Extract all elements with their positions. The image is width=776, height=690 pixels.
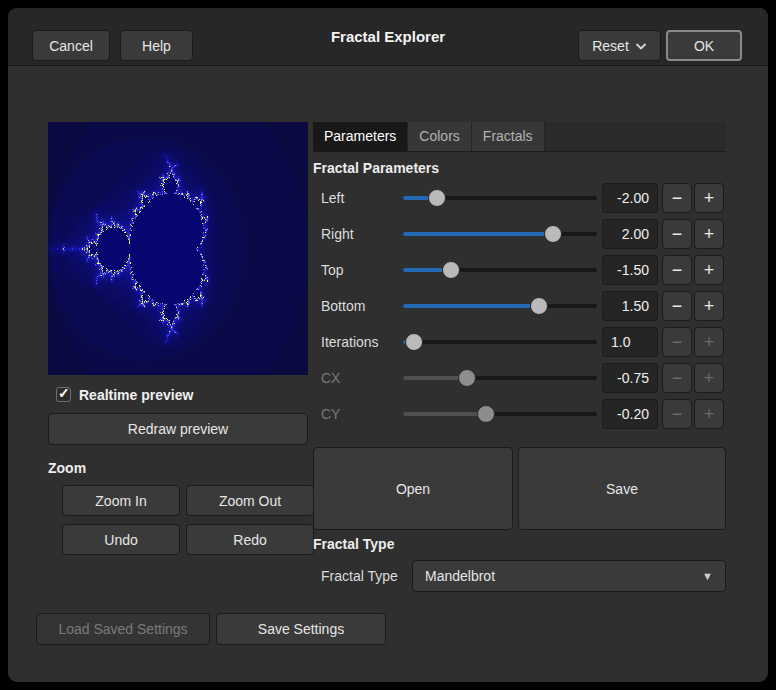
slider-handle[interactable] <box>428 189 446 207</box>
zoom-out-button[interactable]: Zoom Out <box>186 485 314 516</box>
minus-icon: − <box>672 296 683 317</box>
minus-button[interactable]: − <box>662 183 692 213</box>
minus-button[interactable]: − <box>662 327 692 357</box>
save-settings-button[interactable]: Save Settings <box>216 613 386 645</box>
slider-label: Left <box>321 180 344 216</box>
slider-handle[interactable] <box>544 225 562 243</box>
slider-label: CX <box>321 360 340 396</box>
chevron-down-icon <box>635 38 647 54</box>
minus-button[interactable]: − <box>662 255 692 285</box>
slider-handle <box>477 405 495 423</box>
realtime-preview-label: Realtime preview <box>79 387 193 403</box>
slider-fill <box>403 232 553 236</box>
slider-handle[interactable] <box>405 333 423 351</box>
ok-button[interactable]: OK <box>666 30 742 61</box>
bottom-slider[interactable] <box>403 304 597 308</box>
save-button[interactable]: Save <box>518 447 726 530</box>
slider-row-bottom: Bottom 1.50 − + <box>313 288 726 324</box>
cx-slider <box>403 376 597 380</box>
reset-button[interactable]: Reset <box>578 30 661 61</box>
slider-label: Top <box>321 252 344 288</box>
minus-icon: − <box>672 224 683 245</box>
plus-icon: + <box>704 404 715 425</box>
plus-button[interactable]: + <box>694 327 724 357</box>
minus-icon: − <box>672 404 683 425</box>
help-button[interactable]: Help <box>120 30 193 61</box>
cx-value-entry: -0.75 <box>602 363 658 393</box>
plus-button: + <box>694 363 724 393</box>
iterations-slider[interactable] <box>403 340 597 344</box>
slider-label: Bottom <box>321 288 365 324</box>
realtime-preview-checkbox[interactable]: ✓ <box>56 387 71 402</box>
slider-row-top: Top -1.50 − + <box>313 252 726 288</box>
redraw-preview-button[interactable]: Redraw preview <box>48 413 308 445</box>
zoom-in-button[interactable]: Zoom In <box>62 485 180 516</box>
top-slider[interactable] <box>403 268 597 272</box>
plus-button[interactable]: + <box>694 291 724 321</box>
slider-handle[interactable] <box>530 297 548 315</box>
zoom-heading: Zoom <box>48 460 86 476</box>
fractal-preview <box>48 122 308 375</box>
notebook-tab-bar: Parameters Colors Fractals <box>313 122 726 152</box>
open-button[interactable]: Open <box>313 447 513 530</box>
cancel-button[interactable]: Cancel <box>32 30 110 61</box>
slider-fill <box>403 304 539 308</box>
dropdown-arrow-icon: ▼ <box>702 570 713 582</box>
plus-icon: + <box>704 332 715 353</box>
plus-button[interactable]: + <box>694 219 724 249</box>
check-icon: ✓ <box>58 385 70 401</box>
fractal-type-label: Fractal Type <box>321 560 398 592</box>
tab-colors[interactable]: Colors <box>408 122 471 151</box>
plus-button: + <box>694 399 724 429</box>
fractal-type-combobox[interactable]: Mandelbrot ▼ <box>412 560 726 592</box>
slider-row-right: Right 2.00 − + <box>313 216 726 252</box>
fractal-explorer-dialog: Fractal Explorer Cancel Help Reset OK ✓ … <box>8 8 768 682</box>
minus-button: − <box>662 399 692 429</box>
reset-button-label: Reset <box>592 38 629 54</box>
fractal-parameters-heading: Fractal Parameters <box>313 160 439 176</box>
minus-icon: − <box>672 368 683 389</box>
left-value-entry[interactable]: -2.00 <box>602 183 658 213</box>
header-bar: Fractal Explorer Cancel Help Reset OK <box>8 8 768 66</box>
top-value-entry[interactable]: -1.50 <box>602 255 658 285</box>
slider-label: CY <box>321 396 340 432</box>
right-value-entry[interactable]: 2.00 <box>602 219 658 249</box>
slider-handle <box>458 369 476 387</box>
minus-icon: − <box>672 188 683 209</box>
realtime-preview-row: ✓ Realtime preview <box>56 386 193 403</box>
fractal-type-value: Mandelbrot <box>425 568 495 584</box>
left-slider[interactable] <box>403 196 597 200</box>
minus-button[interactable]: − <box>662 291 692 321</box>
plus-icon: + <box>704 224 715 245</box>
minus-button[interactable]: − <box>662 219 692 249</box>
slider-label: Iterations <box>321 324 379 360</box>
slider-row-cx: CX -0.75 − + <box>313 360 726 396</box>
slider-row-left: Left -2.00 − + <box>313 180 726 216</box>
fractal-type-heading: Fractal Type <box>313 536 394 552</box>
cy-value-entry: -0.20 <box>602 399 658 429</box>
slider-row-cy: CY -0.20 − + <box>313 396 726 432</box>
redo-button[interactable]: Redo <box>186 524 314 555</box>
minus-icon: − <box>672 332 683 353</box>
undo-button[interactable]: Undo <box>62 524 180 555</box>
plus-icon: + <box>704 188 715 209</box>
minus-button: − <box>662 363 692 393</box>
plus-button[interactable]: + <box>694 183 724 213</box>
plus-icon: + <box>704 260 715 281</box>
cy-slider <box>403 412 597 416</box>
load-saved-settings-button[interactable]: Load Saved Settings <box>36 613 210 645</box>
right-slider[interactable] <box>403 232 597 236</box>
bottom-value-entry[interactable]: 1.50 <box>602 291 658 321</box>
slider-handle[interactable] <box>442 261 460 279</box>
tab-fractals[interactable]: Fractals <box>472 122 545 151</box>
iterations-value-entry[interactable]: 1.0 <box>602 327 658 357</box>
slider-fill <box>403 412 486 416</box>
minus-icon: − <box>672 260 683 281</box>
plus-icon: + <box>704 368 715 389</box>
tab-parameters[interactable]: Parameters <box>313 122 408 151</box>
plus-button[interactable]: + <box>694 255 724 285</box>
slider-row-iterations: Iterations 1.0 − + <box>313 324 726 360</box>
slider-label: Right <box>321 216 354 252</box>
plus-icon: + <box>704 296 715 317</box>
